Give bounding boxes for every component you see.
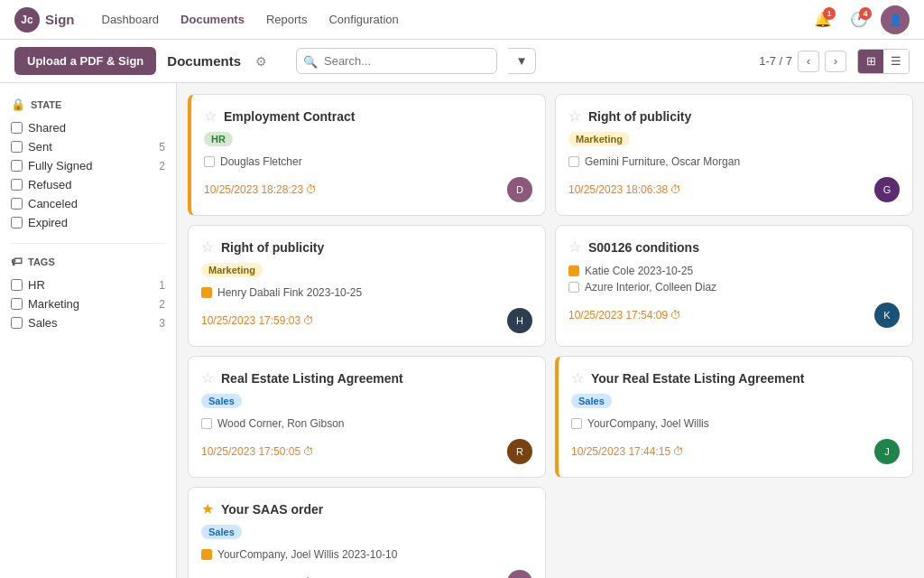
main-content: ☆ Employment Contract HR Douglas Fletche… (177, 83, 924, 578)
tag-badge: Sales (571, 394, 612, 408)
card-signers: Wood Corner, Ron Gibson (201, 415, 532, 432)
app-logo[interactable]: Jc Sign (14, 7, 75, 33)
signer-row: Wood Corner, Ron Gibson (201, 415, 532, 432)
card-header: ☆ S00126 conditions (568, 238, 900, 256)
activities-button[interactable]: 🕐 4 (845, 5, 873, 34)
star-icon[interactable]: ☆ (204, 107, 217, 125)
card-signers: YourCompany, Joel Willis (571, 415, 900, 432)
card-avatar: K (874, 303, 900, 328)
filter-item-canceled[interactable]: Canceled (11, 194, 165, 213)
card-date: 10/25/2023 17:59:03 ⏱ (201, 314, 314, 327)
tags-section-title: 🏷 TAGS (11, 255, 165, 268)
upload-pdf-button[interactable]: Upload a PDF & Sign (14, 47, 156, 75)
card-2[interactable]: ☆ Right of publicity Marketing Gemini Fu… (555, 94, 913, 216)
card-title: S00126 conditions (588, 240, 699, 255)
pagination-text: 1-7 / 7 (759, 54, 792, 68)
tags-filters: HR 1 Marketing 2 Sales 3 (11, 275, 165, 332)
card-avatar: D (507, 177, 532, 202)
tag-item-marketing[interactable]: Marketing 2 (11, 294, 165, 313)
card-title: Real Estate Listing Agreement (221, 371, 403, 386)
star-icon[interactable]: ☆ (571, 369, 584, 387)
card-signers: Henry Dabali Fink 2023-10-25 (201, 284, 532, 301)
filter-item-expired[interactable]: Expired (11, 213, 165, 232)
card-title: Your SAAS order (221, 502, 323, 517)
filter-item-shared[interactable]: Shared (11, 118, 165, 137)
star-icon[interactable]: ☆ (201, 238, 214, 256)
next-page-button[interactable]: › (825, 51, 846, 72)
signer-checkbox (201, 549, 212, 560)
card-title: Your Real Estate Listing Agreement (591, 371, 805, 386)
nav-dashboard[interactable]: Dashboard (93, 9, 169, 30)
nav-reports[interactable]: Reports (257, 9, 317, 30)
signer-checkbox (571, 418, 582, 429)
settings-icon[interactable]: ⚙ (255, 54, 267, 69)
signer-row: Katie Cole 2023-10-25 (568, 263, 900, 279)
card-header: ☆ Employment Contract (204, 107, 532, 125)
card-footer: 10/25/2023 18:28:23 ⏱ D (204, 177, 532, 202)
top-nav: Jc Sign Dashboard Documents Reports Conf… (0, 0, 924, 40)
user-avatar[interactable]: 👤 (881, 5, 910, 34)
filter-item-sent[interactable]: Sent 5 (11, 137, 165, 156)
tag-item-hr[interactable]: HR 1 (11, 275, 165, 294)
prev-page-button[interactable]: ‹ (798, 51, 819, 72)
card-3[interactable]: ☆ Right of publicity Marketing Henry Dab… (188, 225, 546, 347)
search-icon: 🔍 (303, 54, 318, 68)
card-header: ☆ Your Real Estate Listing Agreement (571, 369, 900, 387)
signer-checkbox (568, 156, 579, 167)
card-4[interactable]: ☆ S00126 conditions Katie Cole 2023-10-2… (555, 225, 913, 347)
signer-checkbox (568, 282, 579, 293)
filter-item-fully-signed[interactable]: Fully Signed 2 (11, 156, 165, 175)
card-avatar: R (507, 439, 532, 464)
signer-row: YourCompany, Joel Willis (571, 415, 900, 432)
logo-icon: Jc (14, 7, 40, 33)
main-layout: 🔒 STATE Shared Sent 5 Fully Signed 2 Ref… (0, 83, 924, 578)
card-avatar: H (507, 308, 532, 333)
app-name: Sign (45, 12, 75, 27)
signer-checkbox (201, 418, 212, 429)
card-1[interactable]: ☆ Employment Contract HR Douglas Fletche… (188, 94, 546, 216)
card-signers: YourCompany, Joel Willis 2023-10-10 (201, 546, 532, 563)
tag-badge: Sales (201, 525, 242, 539)
view-toggle: ⊞ ☰ (857, 49, 910, 74)
card-footer: 10/25/2023 18:06:38 ⏱ G (568, 177, 900, 202)
card-header: ★ Your SAAS order (201, 500, 532, 517)
tag-badge: HR (204, 132, 233, 146)
tag-item-sales[interactable]: Sales 3 (11, 313, 165, 332)
card-header: ☆ Real Estate Listing Agreement (201, 369, 532, 387)
card-date: 10/25/2023 18:28:23 ⏱ (204, 183, 317, 196)
card-title: Employment Contract (224, 109, 355, 124)
card-grid: ☆ Employment Contract HR Douglas Fletche… (188, 94, 913, 578)
nav-documents[interactable]: Documents (171, 9, 254, 30)
search-input[interactable] (296, 48, 497, 74)
card-header: ☆ Right of publicity (568, 107, 900, 125)
card-5[interactable]: ☆ Real Estate Listing Agreement Sales Wo… (188, 356, 546, 478)
signer-checkbox (201, 287, 212, 298)
card-avatar: G (874, 177, 900, 202)
signer-checkbox (568, 266, 579, 276)
star-icon[interactable]: ☆ (568, 238, 581, 256)
star-icon[interactable]: ☆ (568, 107, 581, 125)
star-icon[interactable]: ★ (201, 500, 214, 517)
grid-view-button[interactable]: ⊞ (858, 50, 883, 73)
star-icon[interactable]: ☆ (201, 369, 214, 387)
lock-icon: 🔒 (11, 98, 25, 111)
nav-configuration[interactable]: Configuration (319, 9, 407, 30)
signer-row: Henry Dabali Fink 2023-10-25 (201, 284, 532, 301)
activities-badge: 4 (859, 7, 872, 20)
list-view-button[interactable]: ☰ (883, 50, 909, 73)
card-footer: 10/25/2023 17:44:15 ⏱ J (201, 570, 532, 578)
toolbar: Upload a PDF & Sign Documents ⚙ 🔍 ▼ 1-7 … (0, 40, 924, 83)
tag-badge: Marketing (201, 263, 263, 277)
card-footer: 10/25/2023 17:50:05 ⏱ R (201, 439, 532, 464)
filter-item-refused[interactable]: Refused (11, 175, 165, 194)
card-title: Right of publicity (221, 240, 324, 255)
card-footer: 10/25/2023 17:54:09 ⏱ K (568, 303, 900, 328)
card-signers: Douglas Fletcher (204, 154, 532, 170)
notifications-button[interactable]: 🔔 1 (808, 5, 837, 34)
search-dropdown-button[interactable]: ▼ (508, 48, 535, 74)
card-signers: Katie Cole 2023-10-25 Azure Interior, Co… (568, 263, 900, 295)
signer-row: Gemini Furniture, Oscar Morgan (568, 154, 900, 170)
card-6[interactable]: ☆ Your Real Estate Listing Agreement Sal… (555, 356, 913, 478)
card-7[interactable]: ★ Your SAAS order Sales YourCompany, Joe… (188, 487, 546, 578)
nav-links: Dashboard Documents Reports Configuratio… (93, 9, 408, 30)
